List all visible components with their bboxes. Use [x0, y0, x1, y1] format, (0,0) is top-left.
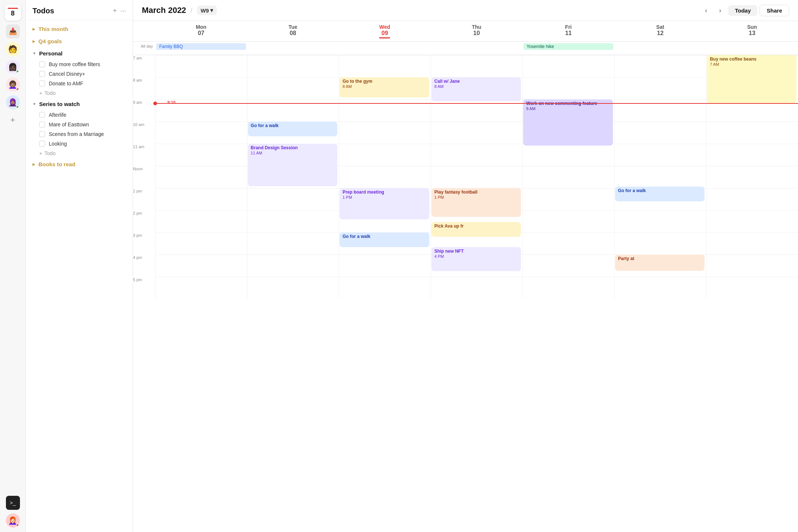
checkbox-donate-amf[interactable]: [39, 81, 45, 86]
cell-tue-2[interactable]: [247, 210, 339, 232]
cell-sat-noon[interactable]: [614, 166, 706, 188]
cell-mon-noon[interactable]: [155, 166, 247, 188]
inbox-button[interactable]: 📥: [6, 24, 20, 38]
checkbox-buy-coffee[interactable]: [39, 61, 45, 67]
event-call-jane[interactable]: Call w/ Jane 8 AM: [432, 77, 521, 101]
cell-tue-7[interactable]: [247, 55, 339, 77]
event-go-gym[interactable]: Go to the gym 8 AM: [340, 77, 429, 98]
cell-tue-3[interactable]: [247, 232, 339, 255]
calendar-date-badge[interactable]: 8: [5, 4, 21, 21]
cell-thu-9[interactable]: [431, 99, 523, 122]
cell-sun-3[interactable]: [706, 232, 798, 255]
add-person-button[interactable]: +: [6, 113, 20, 127]
checkbox-mare[interactable]: [39, 122, 45, 127]
cell-sun-10[interactable]: [706, 122, 798, 144]
cell-sun-5[interactable]: [706, 277, 798, 299]
cell-mon-11[interactable]: [155, 144, 247, 166]
cell-mon-7[interactable]: [155, 55, 247, 77]
cell-fri-5[interactable]: [522, 277, 614, 299]
cell-sat-7[interactable]: [614, 55, 706, 77]
cell-mon-5[interactable]: [155, 277, 247, 299]
cell-sat-2[interactable]: [614, 210, 706, 232]
cell-sun-2[interactable]: [706, 210, 798, 232]
cell-tue-4[interactable]: [247, 255, 339, 277]
cell-wed-4[interactable]: [339, 255, 431, 277]
cell-mon-1[interactable]: [155, 188, 247, 210]
cell-mon-8[interactable]: [155, 77, 247, 99]
cell-sun-11[interactable]: [706, 144, 798, 166]
prev-week-button[interactable]: ‹: [700, 4, 712, 16]
section-personal[interactable]: ▼ Personal: [26, 47, 133, 59]
cell-thu-5[interactable]: [431, 277, 523, 299]
avatar-4[interactable]: 🧕🏽: [6, 95, 20, 109]
cell-fri-1[interactable]: [522, 188, 614, 210]
cell-tue-5[interactable]: [247, 277, 339, 299]
cell-fri-2[interactable]: [522, 210, 614, 232]
cell-wed-5[interactable]: [339, 277, 431, 299]
section-q4-goals[interactable]: ▶ Q4 goals: [26, 35, 133, 47]
user-avatar[interactable]: 👩🏻‍🦰: [6, 514, 20, 528]
cell-sat-11[interactable]: [614, 144, 706, 166]
cell-wed-10[interactable]: [339, 122, 431, 144]
checkbox-looking[interactable]: [39, 141, 45, 147]
cell-wed-noon[interactable]: [339, 166, 431, 188]
cell-mon-4[interactable]: [155, 255, 247, 277]
allday-event-yosemite[interactable]: Yosemite hike: [524, 43, 613, 50]
today-button[interactable]: Today: [728, 5, 757, 16]
cell-mon-10[interactable]: [155, 122, 247, 144]
event-ship-nft[interactable]: Ship new NFT 4 PM: [432, 247, 521, 271]
more-options-button[interactable]: ···: [120, 7, 126, 15]
checkbox-cancel-disney[interactable]: [39, 71, 45, 77]
avatar-2[interactable]: 👩🏿: [6, 60, 20, 74]
cell-fri-11[interactable]: [522, 144, 614, 166]
cell-thu-7[interactable]: [431, 55, 523, 77]
cell-wed-11[interactable]: [339, 144, 431, 166]
section-series[interactable]: ▼ Series to watch: [26, 98, 133, 110]
avatar-3[interactable]: 👩🏽‍🦱: [6, 78, 20, 92]
cell-sun-1[interactable]: [706, 188, 798, 210]
checkbox-afterlife[interactable]: [39, 112, 45, 118]
cell-thu-11[interactable]: [431, 144, 523, 166]
cell-tue-8[interactable]: [247, 77, 339, 99]
terminal-button[interactable]: >_: [6, 496, 20, 510]
event-go-walk-wed[interactable]: Go for a walk: [340, 232, 429, 247]
allday-event-familybbq[interactable]: Family BBQ: [156, 43, 246, 50]
cell-sun-noon[interactable]: [706, 166, 798, 188]
cell-fri-7[interactable]: [522, 55, 614, 77]
event-commenting[interactable]: Work on new commenting feature 9 AM: [523, 99, 613, 146]
add-personal-todo[interactable]: + Todo: [26, 88, 133, 98]
next-week-button[interactable]: ›: [714, 4, 726, 16]
cell-fri-4[interactable]: [522, 255, 614, 277]
cell-sat-9[interactable]: [614, 99, 706, 122]
share-button[interactable]: Share: [760, 5, 789, 16]
event-prep-board[interactable]: Prep board meeting 1 PM: [340, 188, 429, 219]
cell-fri-8[interactable]: [522, 77, 614, 99]
cell-wed-9[interactable]: [339, 99, 431, 122]
cell-sun-4[interactable]: [706, 255, 798, 277]
cell-wed-7[interactable]: [339, 55, 431, 77]
avatar-1[interactable]: 🧑: [6, 42, 20, 56]
cell-sat-10[interactable]: [614, 122, 706, 144]
cell-fri-noon[interactable]: [522, 166, 614, 188]
cell-tue-1[interactable]: [247, 188, 339, 210]
cell-mon-3[interactable]: [155, 232, 247, 255]
cell-mon-2[interactable]: [155, 210, 247, 232]
week-selector[interactable]: W9 ▾: [197, 6, 217, 15]
cell-tue-9[interactable]: [247, 99, 339, 122]
cell-sat-5[interactable]: [614, 277, 706, 299]
add-todo-button[interactable]: +: [113, 7, 117, 15]
cell-thu-10[interactable]: [431, 122, 523, 144]
checkbox-scenes[interactable]: [39, 131, 45, 137]
event-go-walk-tue[interactable]: Go for a walk: [248, 122, 338, 136]
event-brand-design[interactable]: Brand Design Session 11 AM: [248, 144, 338, 186]
event-party[interactable]: Party at: [615, 255, 705, 271]
cell-sat-8[interactable]: [614, 77, 706, 99]
event-go-walk-sat[interactable]: Go for a walk: [615, 187, 705, 201]
cell-thu-noon[interactable]: [431, 166, 523, 188]
cell-sat-3[interactable]: [614, 232, 706, 255]
event-fantasy[interactable]: Play fantasy football 1 PM: [432, 188, 521, 217]
add-series-todo[interactable]: + Todo: [26, 149, 133, 158]
cell-fri-3[interactable]: [522, 232, 614, 255]
event-pick-ava[interactable]: Pick Ava up fr: [432, 222, 521, 237]
event-buy-coffee-beans[interactable]: Buy new coffee beans 7 AM: [707, 55, 797, 103]
